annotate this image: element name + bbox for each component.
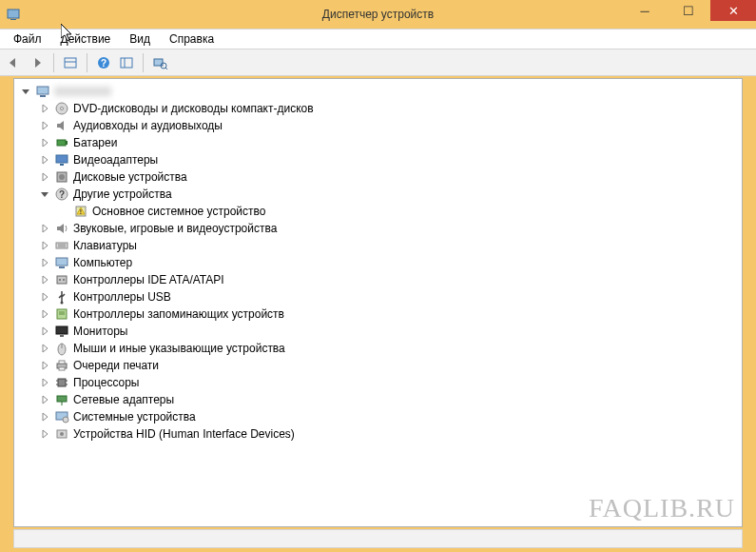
help-button[interactable]: ? — [93, 52, 114, 73]
tree-label: Контроллеры IDE ATA/ATAPI — [73, 271, 224, 288]
other-icon: ? — [54, 187, 69, 202]
expand-icon[interactable] — [39, 394, 50, 405]
menu-help[interactable]: Справка — [160, 30, 223, 48]
monitor-icon — [54, 324, 69, 339]
show-hidden-button[interactable] — [60, 52, 81, 73]
tree-label: Батареи — [73, 134, 117, 151]
expand-icon[interactable] — [39, 257, 50, 268]
tree-node[interactable]: Системные устройства — [37, 408, 740, 425]
tree-node[interactable]: Аудиовходы и аудиовыходы — [37, 117, 740, 134]
titlebar: Диспетчер устройств ─ ☐ ✕ — [0, 0, 756, 29]
scan-button[interactable] — [149, 52, 170, 73]
toolbar-separator — [53, 53, 54, 72]
tree-label: Очереди печати — [73, 357, 159, 374]
svg-rect-18 — [60, 164, 64, 166]
tree-node[interactable]: Компьютер — [37, 254, 740, 271]
expand-icon[interactable] — [39, 411, 50, 423]
expand-icon[interactable] — [39, 428, 50, 440]
svg-rect-28 — [56, 258, 68, 266]
tree-label: Дисковые устройства — [73, 168, 187, 186]
expand-icon[interactable] — [39, 137, 50, 148]
tree-node[interactable]: Контроллеры запоминающих устройств — [37, 306, 740, 323]
expand-icon[interactable] — [39, 377, 50, 388]
expand-icon[interactable] — [39, 223, 50, 234]
tree-label: Устройства HID (Human Interface Devices) — [73, 425, 295, 443]
collapse-icon[interactable] — [39, 188, 50, 200]
tree-label: Аудиовходы и аудиовыходы — [73, 117, 223, 134]
tree-node[interactable]: Контроллеры IDE ATA/ATAPI — [37, 271, 740, 288]
printer-icon — [54, 358, 69, 373]
svg-rect-11 — [37, 87, 48, 94]
mouse-icon — [54, 341, 69, 356]
tree-node[interactable]: Дисковые устройства — [37, 168, 740, 186]
expand-icon[interactable] — [39, 154, 50, 166]
maximize-button[interactable]: ☐ — [667, 0, 710, 21]
device-tree[interactable]: DVD-дисководы и дисководы компакт-дисков… — [16, 83, 740, 443]
svg-rect-2 — [65, 58, 76, 68]
svg-rect-41 — [59, 367, 65, 370]
svg-point-52 — [60, 432, 64, 436]
disk-icon — [54, 169, 69, 185]
tree-label: Видеоадаптеры — [73, 151, 158, 168]
ide-icon — [54, 272, 69, 287]
hid-icon — [54, 426, 69, 442]
svg-rect-16 — [66, 141, 68, 145]
tree-node[interactable]: Мониторы — [37, 323, 740, 340]
tree-node[interactable]: Очереди печати — [37, 357, 740, 374]
svg-rect-1 — [10, 19, 16, 20]
tree-node[interactable]: Звуковые, игровые и видеоустройства — [37, 220, 740, 237]
forward-button[interactable] — [27, 52, 48, 73]
tree-label: Контроллеры USB — [73, 288, 171, 306]
tree-node[interactable]: DVD-дисководы и дисководы компакт-дисков — [37, 100, 740, 117]
tree-node[interactable]: Видеоадаптеры — [37, 151, 740, 168]
expand-icon[interactable] — [39, 120, 50, 131]
svg-rect-17 — [56, 155, 68, 163]
expand-icon[interactable] — [39, 343, 50, 354]
expand-icon[interactable] — [39, 240, 50, 251]
watermark: FAQLIB.RU — [589, 493, 735, 523]
expand-icon[interactable] — [39, 171, 50, 183]
menu-view[interactable]: Вид — [120, 30, 160, 48]
svg-rect-6 — [121, 58, 132, 68]
svg-point-14 — [61, 108, 64, 110]
app-icon — [6, 7, 21, 22]
collapse-icon[interactable] — [20, 86, 31, 97]
svg-rect-30 — [57, 276, 67, 284]
svg-text:?: ? — [59, 189, 65, 200]
tree-node[interactable]: !Основное системное устройство — [56, 203, 740, 220]
tree-node[interactable]: Мыши и иные указывающие устройства — [37, 340, 740, 357]
properties-button[interactable] — [116, 52, 137, 73]
tree-node[interactable]: Процессоры — [37, 374, 740, 391]
menu-action[interactable]: Действие — [51, 30, 121, 48]
expand-icon[interactable] — [58, 206, 69, 217]
tree-node[interactable]: Контроллеры USB — [37, 288, 740, 306]
tree-node[interactable]: Устройства HID (Human Interface Devices) — [37, 425, 740, 443]
menu-file[interactable]: Файл — [4, 30, 51, 48]
audio-icon — [54, 118, 69, 133]
svg-rect-0 — [8, 10, 19, 18]
expand-icon[interactable] — [39, 103, 50, 114]
tree-root[interactable] — [18, 83, 740, 100]
tree-label: Процессоры — [73, 374, 140, 391]
root-label — [54, 87, 111, 96]
tree-node[interactable]: ?Другие устройства — [37, 186, 740, 203]
tree-label: Контроллеры запоминающих устройств — [73, 306, 284, 323]
tree-label: Мыши и иные указывающие устройства — [73, 340, 285, 357]
minimize-button[interactable]: ─ — [623, 0, 667, 21]
warn-icon: ! — [73, 204, 88, 219]
expand-icon[interactable] — [39, 325, 50, 337]
expand-icon[interactable] — [39, 291, 50, 303]
expand-icon[interactable] — [39, 274, 50, 286]
expand-icon[interactable] — [39, 308, 50, 320]
tree-node[interactable]: Клавиатуры — [37, 237, 740, 254]
back-button[interactable] — [4, 52, 25, 73]
tree-node[interactable]: Сетевые адаптеры — [37, 391, 740, 408]
network-icon — [54, 392, 69, 407]
close-button[interactable]: ✕ — [710, 0, 756, 21]
svg-text:?: ? — [101, 58, 107, 69]
tree-label: Звуковые, игровые и видеоустройства — [73, 220, 277, 237]
tree-node[interactable]: Батареи — [37, 134, 740, 151]
expand-icon[interactable] — [39, 360, 50, 371]
usb-icon — [54, 289, 69, 305]
tree-panel[interactable]: DVD-дисководы и дисководы компакт-дисков… — [13, 78, 743, 527]
